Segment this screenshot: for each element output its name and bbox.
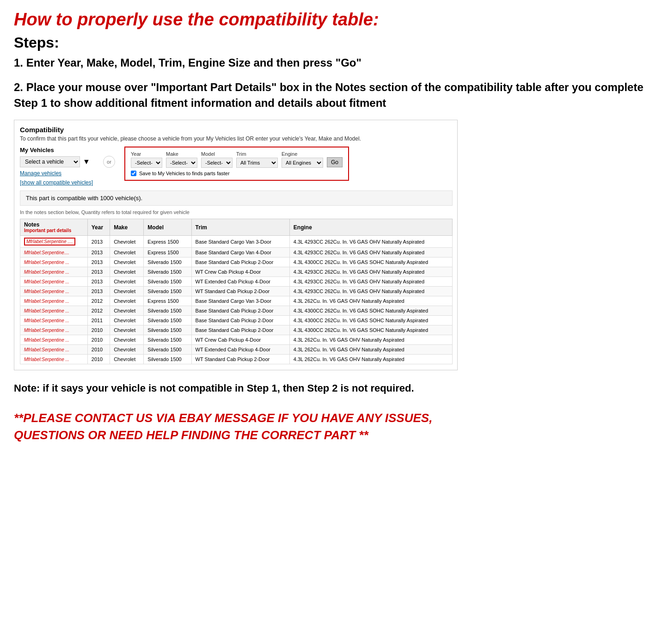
- manage-vehicles-link[interactable]: Manage vehicles: [20, 170, 94, 177]
- col-notes: Notes Important part details: [20, 219, 88, 236]
- save-row: Save to My Vehicles to finds parts faste…: [131, 171, 343, 176]
- year-select[interactable]: -Select-: [131, 158, 162, 168]
- make-cell: Chevrolet: [110, 248, 144, 258]
- trim-cell: WT Standard Cab Pickup 2-Door: [191, 355, 289, 364]
- model-cell: Express 1500: [144, 296, 191, 306]
- engine-cell: 4.3L 262Cu. In. V6 GAS OHV Naturally Asp…: [289, 345, 452, 355]
- table-row: Mfrlabel:Serpentine ...2010ChevroletSilv…: [20, 355, 453, 364]
- model-cell: Silverado 1500: [144, 306, 191, 316]
- make-cell: Chevrolet: [110, 316, 144, 325]
- trim-label: Trim: [236, 151, 278, 157]
- notes-cell: Mfrlabel:Serpentine ...: [20, 287, 88, 296]
- model-select[interactable]: -Select-: [201, 158, 233, 168]
- notes-cell: Mfrlabel:Serpentine ...: [20, 306, 88, 316]
- engine-field: Engine All Engines: [282, 151, 323, 168]
- show-all-link[interactable]: [show all compatible vehicles]: [20, 179, 94, 186]
- trim-select[interactable]: All Trims: [236, 158, 278, 168]
- model-cell: Silverado 1500: [144, 258, 191, 267]
- make-cell: Chevrolet: [110, 306, 144, 316]
- notes-cell: Mfrlabel:Serpentine ...: [20, 325, 88, 335]
- compat-title: Compatibility: [20, 126, 452, 134]
- model-cell: Silverado 1500: [144, 345, 191, 355]
- compatibility-table: Notes Important part details Year Make M…: [20, 219, 453, 364]
- notes-cell: Mfrlabel:Serpentine ...: [20, 316, 88, 325]
- table-row: Mfrlabel:Serpentine ...2011ChevroletSilv…: [20, 316, 453, 325]
- note-section: Note: if it says your vehicle is not com…: [14, 381, 458, 396]
- main-title: How to properly use the compatibility ta…: [14, 9, 654, 31]
- table-row: Mfrlabel:Serpentine ....2013ChevroletExp…: [20, 236, 453, 248]
- year-cell: 2010: [87, 345, 110, 355]
- year-cell: 2013: [87, 277, 110, 287]
- engine-cell: 4.3L 262Cu. In. V6 GAS OHV Naturally Asp…: [289, 296, 452, 306]
- engine-select[interactable]: All Engines: [282, 158, 323, 168]
- important-part-details-label: Important part details: [24, 228, 84, 233]
- trim-cell: Base Standard Cab Pickup 2-Door: [191, 316, 289, 325]
- year-cell: 2012: [87, 306, 110, 316]
- make-cell: Chevrolet: [110, 287, 144, 296]
- trim-cell: Base Standard Cab Pickup 2-Door: [191, 258, 289, 267]
- engine-cell: 4.3L 4293CC 262Cu. In. V6 GAS OHV Natura…: [289, 267, 452, 277]
- my-vehicles-label: My Vehicles: [20, 147, 94, 153]
- engine-label: Engine: [282, 151, 323, 157]
- trim-cell: WT Crew Cab Pickup 4-Door: [191, 267, 289, 277]
- year-cell: 2011: [87, 316, 110, 325]
- table-row: Mfrlabel:Serpentine ...2013ChevroletSilv…: [20, 277, 453, 287]
- make-cell: Chevrolet: [110, 335, 144, 345]
- model-field: Model -Select-: [201, 151, 233, 168]
- year-label: Year: [131, 151, 162, 157]
- table-row: Mfrlabel:Serpentine ...2012ChevroletSilv…: [20, 306, 453, 316]
- select-vehicle-dropdown[interactable]: Select a vehicle: [20, 156, 80, 167]
- model-label: Model: [201, 151, 233, 157]
- table-row: Mfrlabel:Serpentine ...2012ChevroletExpr…: [20, 296, 453, 306]
- year-cell: 2013: [87, 287, 110, 296]
- engine-cell: 4.3L 4300CC 262Cu. In. V6 GAS SOHC Natur…: [289, 325, 452, 335]
- go-button[interactable]: Go: [327, 157, 343, 167]
- trim-cell: Base Standard Cab Pickup 2-Door: [191, 306, 289, 316]
- year-cell: 2010: [87, 335, 110, 345]
- make-cell: Chevrolet: [110, 345, 144, 355]
- engine-cell: 4.3L 4300CC 262Cu. In. V6 GAS SOHC Natur…: [289, 258, 452, 267]
- make-cell: Chevrolet: [110, 258, 144, 267]
- year-cell: 2013: [87, 248, 110, 258]
- model-cell: Silverado 1500: [144, 325, 191, 335]
- notes-cell: Mfrlabel:Serpentine ...: [20, 355, 88, 364]
- step2-text: 2. Place your mouse over "Important Part…: [14, 80, 654, 110]
- model-cell: Express 1500: [144, 236, 191, 248]
- make-cell: Chevrolet: [110, 355, 144, 364]
- trim-cell: Base Standard Cab Pickup 2-Door: [191, 325, 289, 335]
- notes-cell: Mfrlabel:Serpentine ...: [20, 335, 88, 345]
- trim-cell: WT Crew Cab Pickup 4-Door: [191, 335, 289, 345]
- make-field: Make -Select-: [166, 151, 197, 168]
- year-cell: 2012: [87, 296, 110, 306]
- model-cell: Express 1500: [144, 248, 191, 258]
- make-select[interactable]: -Select-: [166, 158, 197, 168]
- compatible-count-bar: This part is compatible with 1000 vehicl…: [20, 190, 453, 206]
- table-row: Mfrlabel:Serpentine ...2013ChevroletSilv…: [20, 258, 453, 267]
- engine-cell: 4.3L 4293CC 262Cu. In. V6 GAS OHV Natura…: [289, 277, 452, 287]
- vehicle-search-form: Year -Select- Make -Select- Model: [124, 147, 349, 181]
- notes-cell: Mfrlabel:Serpentine....: [20, 248, 88, 258]
- trim-cell: WT Extended Cab Pickup 4-Door: [191, 277, 289, 287]
- trim-cell: Base Standard Cargo Van 4-Door: [191, 248, 289, 258]
- compat-subtitle: To confirm that this part fits your vehi…: [20, 135, 452, 142]
- quantity-note: In the notes section below, Quantity ref…: [20, 209, 452, 215]
- model-cell: Silverado 1500: [144, 316, 191, 325]
- model-cell: Silverado 1500: [144, 277, 191, 287]
- model-cell: Silverado 1500: [144, 355, 191, 364]
- make-label: Make: [166, 151, 197, 157]
- trim-field: Trim All Trims: [236, 151, 278, 168]
- col-make: Make: [110, 219, 144, 236]
- year-cell: 2010: [87, 355, 110, 364]
- engine-cell: 4.3L 4300CC 262Cu. In. V6 GAS SOHC Natur…: [289, 306, 452, 316]
- table-row: Mfrlabel:Serpentine ...2010ChevroletSilv…: [20, 345, 453, 355]
- table-row: Mfrlabel:Serpentine ...2010ChevroletSilv…: [20, 325, 453, 335]
- table-row: Mfrlabel:Serpentine ...2010ChevroletSilv…: [20, 335, 453, 345]
- trim-cell: Base Standard Cargo Van 3-Door: [191, 296, 289, 306]
- col-year: Year: [87, 219, 110, 236]
- make-cell: Chevrolet: [110, 296, 144, 306]
- step1-text: 1. Enter Year, Make, Model, Trim, Engine…: [14, 55, 654, 71]
- table-row: Mfrlabel:Serpentine ...2013ChevroletSilv…: [20, 287, 453, 296]
- save-checkbox[interactable]: [131, 171, 136, 176]
- make-cell: Chevrolet: [110, 325, 144, 335]
- notes-cell: Mfrlabel:Serpentine ...: [20, 258, 88, 267]
